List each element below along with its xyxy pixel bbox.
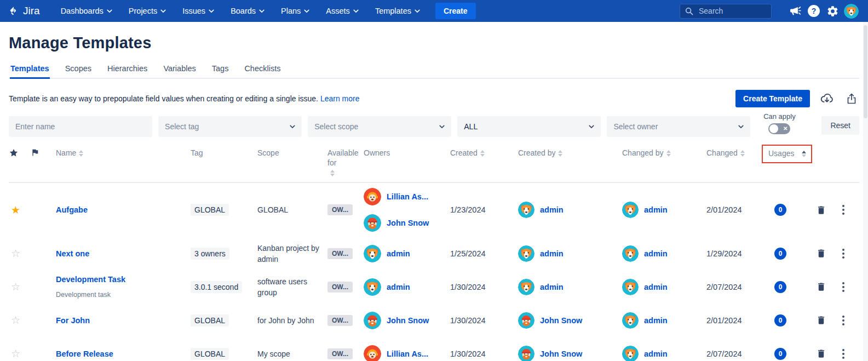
usages-badge[interactable]: 0 xyxy=(774,204,786,216)
nav-item-templates[interactable]: Templates xyxy=(375,7,420,15)
filter-scope-select[interactable]: Select scope xyxy=(308,116,451,137)
owner-link[interactable]: Lillian As... xyxy=(387,349,428,358)
available-for-chip[interactable]: OW... xyxy=(327,248,353,259)
tab-scopes[interactable]: Scopes xyxy=(65,61,92,78)
column-header-usages[interactable]: Usages xyxy=(768,148,814,163)
usages-badge[interactable]: 0 xyxy=(774,348,786,360)
favorite-star-toggle[interactable]: ☆ xyxy=(9,314,31,326)
flag-column-header[interactable] xyxy=(31,148,56,157)
changed-by-link[interactable]: admin xyxy=(644,249,668,258)
usages-badge[interactable]: 0 xyxy=(774,281,786,293)
owner-link[interactable]: admin xyxy=(387,249,410,258)
changed-by-link[interactable]: admin xyxy=(644,283,668,291)
tab-checklists[interactable]: Checklists xyxy=(244,61,281,78)
sort-icon[interactable] xyxy=(79,150,83,157)
delete-button[interactable] xyxy=(814,346,839,361)
favorite-star-toggle[interactable]: ☆ xyxy=(9,347,31,360)
owner-link[interactable]: Lillian As... xyxy=(387,192,428,201)
create-template-button[interactable]: Create Template xyxy=(735,90,810,107)
created-by-link[interactable]: John Snow xyxy=(540,316,582,325)
column-header-owners[interactable]: Owners xyxy=(364,148,450,158)
filter-owner-select[interactable]: Select owner xyxy=(607,116,750,137)
column-header-name[interactable]: Name xyxy=(56,148,191,158)
user-avatar-button[interactable] xyxy=(842,2,860,20)
owner-link[interactable]: John Snow xyxy=(387,316,429,325)
owner-link[interactable]: John Snow xyxy=(387,219,429,227)
kebab-menu-icon[interactable] xyxy=(839,247,858,261)
tab-hierarchies[interactable]: Hierarchies xyxy=(107,61,148,78)
changed-by-link[interactable]: admin xyxy=(644,349,668,358)
nav-item-assets[interactable]: Assets xyxy=(326,7,359,15)
tab-tags[interactable]: Tags xyxy=(211,61,229,78)
available-for-chip[interactable]: OW... xyxy=(327,348,353,359)
help-button[interactable]: ? xyxy=(804,2,823,20)
kebab-menu-icon[interactable] xyxy=(839,280,858,294)
favorite-star-toggle[interactable]: ☆ xyxy=(9,247,31,260)
export-button[interactable] xyxy=(844,91,859,106)
delete-button[interactable] xyxy=(814,313,839,328)
sort-icon[interactable] xyxy=(330,170,335,176)
tab-variables[interactable]: Variables xyxy=(163,61,196,78)
tab-templates[interactable]: Templates xyxy=(10,61,50,78)
changed-by-link[interactable]: admin xyxy=(644,205,668,214)
favorite-star-toggle[interactable]: ★ xyxy=(9,204,31,216)
column-header-scope[interactable]: Scope xyxy=(257,148,327,158)
sort-icon[interactable] xyxy=(666,150,671,157)
delete-button[interactable] xyxy=(814,246,839,261)
nav-item-issues[interactable]: Issues xyxy=(182,7,214,15)
avatar-lillian xyxy=(364,188,381,205)
import-button[interactable] xyxy=(819,90,835,107)
column-header-created-by[interactable]: Created by xyxy=(509,148,613,158)
column-header-created[interactable]: Created xyxy=(450,148,509,158)
template-name-link[interactable]: Development Task xyxy=(56,275,191,284)
owner-link[interactable]: admin xyxy=(387,283,410,291)
delete-button[interactable] xyxy=(814,279,839,294)
scrollbar-thumb[interactable] xyxy=(864,25,867,118)
kebab-menu-icon[interactable] xyxy=(839,313,858,328)
kebab-menu-icon[interactable] xyxy=(839,347,858,361)
jira-logo[interactable]: Jira xyxy=(8,5,40,17)
created-by-link[interactable]: admin xyxy=(540,205,564,214)
available-for-chip[interactable]: OW... xyxy=(327,282,353,293)
sort-icon[interactable] xyxy=(740,150,745,157)
sort-icon[interactable] xyxy=(558,150,562,157)
usages-badge[interactable]: 0 xyxy=(774,314,786,326)
filter-project-select[interactable]: ALL xyxy=(457,116,601,137)
column-header-changed-by[interactable]: Changed by xyxy=(613,148,706,158)
available-for-chip[interactable]: OW... xyxy=(327,315,353,326)
nav-item-boards[interactable]: Boards xyxy=(231,7,265,15)
favorite-star-toggle[interactable]: ☆ xyxy=(9,280,31,293)
scrollbar[interactable] xyxy=(863,22,868,361)
sort-icon-ascending[interactable] xyxy=(802,151,806,157)
sort-icon[interactable] xyxy=(480,150,485,157)
settings-button[interactable] xyxy=(823,2,842,20)
column-header-changed[interactable]: Changed xyxy=(706,148,768,158)
column-header-tag[interactable]: Tag xyxy=(191,148,257,158)
delete-button[interactable] xyxy=(814,203,839,217)
search-box[interactable] xyxy=(680,4,772,19)
kebab-menu-icon[interactable] xyxy=(839,203,858,217)
nav-item-projects[interactable]: Projects xyxy=(129,7,166,15)
create-button[interactable]: Create xyxy=(435,3,476,19)
usages-badge[interactable]: 0 xyxy=(774,248,786,260)
template-name-link[interactable]: Aufgabe xyxy=(56,205,191,214)
megaphone-button[interactable] xyxy=(786,2,804,20)
column-header-available-for[interactable]: Available for xyxy=(327,148,364,176)
nav-item-dashboards[interactable]: Dashboards xyxy=(61,7,112,15)
search-input[interactable] xyxy=(698,6,763,16)
template-name-link[interactable]: Next one xyxy=(56,249,191,258)
template-name-link[interactable]: For John xyxy=(56,316,191,325)
favorite-column-header[interactable] xyxy=(9,148,31,158)
filter-name-input[interactable] xyxy=(9,116,152,137)
can-apply-toggle[interactable]: ✕ xyxy=(768,123,790,134)
changed-by-link[interactable]: admin xyxy=(644,316,668,325)
created-by-link[interactable]: John Snow xyxy=(540,349,582,358)
available-for-chip[interactable]: OW... xyxy=(327,204,353,215)
created-by-link[interactable]: admin xyxy=(540,249,564,258)
filter-tag-select[interactable]: Select tag xyxy=(158,116,302,137)
learn-more-link[interactable]: Learn more xyxy=(320,94,360,103)
reset-button[interactable]: Reset xyxy=(821,116,859,135)
created-by-link[interactable]: admin xyxy=(540,283,564,291)
template-name-link[interactable]: Before Release xyxy=(56,349,191,358)
nav-item-plans[interactable]: Plans xyxy=(281,7,309,15)
